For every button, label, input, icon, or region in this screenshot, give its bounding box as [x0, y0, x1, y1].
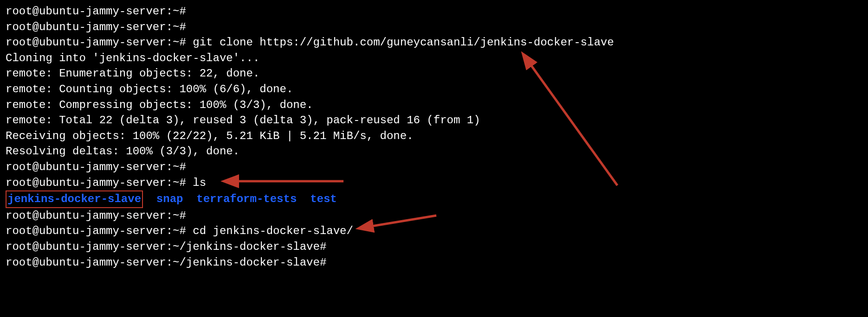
output-line: remote: Counting objects: 100% (6/6), do… — [6, 82, 862, 97]
directory-test: test — [310, 193, 337, 205]
command-line: root@ubuntu-jammy-server:~# cd jenkins-d… — [6, 223, 862, 239]
git-clone-command: git clone https://github.com/guneycansan… — [193, 36, 614, 49]
directory-jenkins-docker-slave: jenkins-docker-slave — [6, 190, 143, 208]
prompt-line: root@ubuntu-jammy-server:~# — [6, 4, 862, 19]
prompt-line: root@ubuntu-jammy-server:~/jenkins-docke… — [6, 255, 862, 271]
prompt: root@ubuntu-jammy-server:~# — [6, 225, 193, 237]
command-line: root@ubuntu-jammy-server:~# ls — [6, 175, 862, 191]
prompt-line: root@ubuntu-jammy-server:~# — [6, 19, 862, 35]
terminal-window[interactable]: root@ubuntu-jammy-server:~# root@ubuntu-… — [6, 4, 862, 270]
prompt: root@ubuntu-jammy-server:~# — [6, 177, 193, 189]
prompt-line: root@ubuntu-jammy-server:~# — [6, 208, 862, 224]
cd-command: cd jenkins-docker-slave/ — [193, 225, 353, 237]
directory-snap: snap — [156, 193, 183, 205]
directory-terraform-tests: terraform-tests — [196, 193, 297, 205]
output-line: remote: Compressing objects: 100% (3/3),… — [6, 97, 862, 113]
output-line: remote: Enumerating objects: 22, done. — [6, 66, 862, 82]
prompt-line: root@ubuntu-jammy-server:~# — [6, 159, 862, 175]
command-line: root@ubuntu-jammy-server:~# git clone ht… — [6, 35, 862, 51]
output-line: Receiving objects: 100% (22/22), 5.21 Ki… — [6, 128, 862, 144]
ls-output-line: jenkins-docker-slave snap terraform-test… — [6, 190, 862, 208]
prompt: root@ubuntu-jammy-server:~# — [6, 36, 193, 49]
prompt-line: root@ubuntu-jammy-server:~/jenkins-docke… — [6, 239, 862, 255]
output-line: remote: Total 22 (delta 3), reused 3 (de… — [6, 113, 862, 128]
output-line: Resolving deltas: 100% (3/3), done. — [6, 144, 862, 159]
ls-command: ls — [193, 177, 206, 189]
output-line: Cloning into 'jenkins-docker-slave'... — [6, 51, 862, 66]
